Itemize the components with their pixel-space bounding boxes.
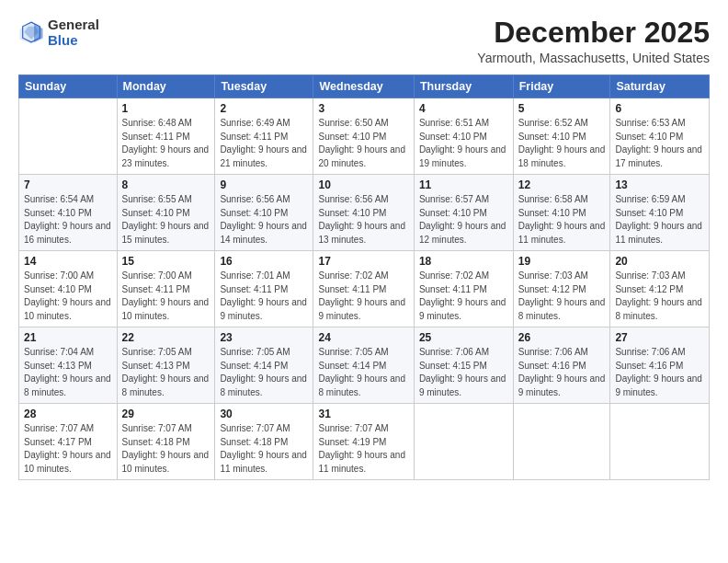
calendar-cell: 10Sunrise: 6:56 AMSunset: 4:10 PMDayligh… — [313, 175, 414, 251]
calendar-cell: 7Sunrise: 6:54 AMSunset: 4:10 PMDaylight… — [19, 175, 118, 251]
day-info: Sunrise: 6:56 AMSunset: 4:10 PMDaylight:… — [220, 193, 308, 247]
day-number: 8 — [122, 178, 210, 191]
day-number: 4 — [419, 102, 508, 115]
day-info: Sunrise: 7:05 AMSunset: 4:14 PMDaylight:… — [318, 346, 408, 399]
day-number: 31 — [318, 408, 408, 420]
day-info: Sunrise: 6:53 AMSunset: 4:10 PMDaylight:… — [615, 117, 704, 170]
calendar-cell: 12Sunrise: 6:58 AMSunset: 4:10 PMDayligh… — [513, 175, 610, 251]
column-header-saturday: Saturday — [610, 75, 710, 98]
calendar-cell: 29Sunrise: 7:07 AMSunset: 4:18 PMDayligh… — [117, 404, 215, 480]
calendar-cell: 19Sunrise: 7:03 AMSunset: 4:12 PMDayligh… — [513, 251, 610, 327]
logo: General Blue — [18, 17, 99, 49]
calendar-cell: 27Sunrise: 7:06 AMSunset: 4:16 PMDayligh… — [610, 327, 710, 404]
calendar-cell: 1Sunrise: 6:48 AMSunset: 4:11 PMDaylight… — [117, 98, 215, 175]
calendar-cell: 30Sunrise: 7:07 AMSunset: 4:18 PMDayligh… — [215, 404, 313, 480]
day-number: 18 — [419, 255, 508, 268]
calendar-cell: 18Sunrise: 7:02 AMSunset: 4:11 PMDayligh… — [414, 251, 513, 327]
day-number: 6 — [615, 102, 704, 115]
day-number: 23 — [220, 331, 308, 344]
day-number: 19 — [518, 255, 606, 268]
day-info: Sunrise: 7:05 AMSunset: 4:14 PMDaylight:… — [220, 346, 308, 399]
day-info: Sunrise: 7:05 AMSunset: 4:13 PMDaylight:… — [122, 346, 210, 399]
header: General Blue December 2025 Yarmouth, Mas… — [18, 17, 710, 65]
calendar-cell: 26Sunrise: 7:06 AMSunset: 4:16 PMDayligh… — [513, 327, 610, 404]
day-number: 5 — [518, 102, 606, 115]
calendar-week-4: 21Sunrise: 7:04 AMSunset: 4:13 PMDayligh… — [19, 327, 710, 404]
column-header-sunday: Sunday — [19, 75, 118, 98]
day-info: Sunrise: 6:58 AMSunset: 4:10 PMDaylight:… — [518, 193, 606, 247]
day-info: Sunrise: 7:07 AMSunset: 4:18 PMDaylight:… — [122, 422, 210, 476]
day-number: 7 — [24, 178, 112, 191]
day-info: Sunrise: 6:49 AMSunset: 4:11 PMDaylight:… — [220, 117, 308, 170]
calendar-week-2: 7Sunrise: 6:54 AMSunset: 4:10 PMDaylight… — [19, 175, 710, 251]
day-info: Sunrise: 6:51 AMSunset: 4:10 PMDaylight:… — [419, 117, 508, 170]
calendar-cell: 2Sunrise: 6:49 AMSunset: 4:11 PMDaylight… — [215, 98, 313, 175]
page: General Blue December 2025 Yarmouth, Mas… — [0, 0, 728, 563]
day-number: 17 — [318, 255, 408, 268]
day-info: Sunrise: 7:03 AMSunset: 4:12 PMDaylight:… — [518, 270, 606, 323]
day-info: Sunrise: 7:06 AMSunset: 4:15 PMDaylight:… — [419, 346, 508, 399]
calendar-cell: 5Sunrise: 6:52 AMSunset: 4:10 PMDaylight… — [513, 98, 610, 175]
calendar-cell: 9Sunrise: 6:56 AMSunset: 4:10 PMDaylight… — [215, 175, 313, 251]
day-info: Sunrise: 6:55 AMSunset: 4:10 PMDaylight:… — [122, 193, 210, 247]
calendar-cell: 15Sunrise: 7:00 AMSunset: 4:11 PMDayligh… — [117, 251, 215, 327]
day-info: Sunrise: 6:48 AMSunset: 4:11 PMDaylight:… — [122, 117, 210, 170]
day-number: 22 — [122, 331, 210, 344]
day-number: 30 — [220, 408, 308, 420]
day-info: Sunrise: 7:00 AMSunset: 4:11 PMDaylight:… — [122, 270, 210, 323]
calendar: SundayMondayTuesdayWednesdayThursdayFrid… — [18, 75, 710, 480]
day-number: 25 — [419, 331, 508, 344]
calendar-cell — [414, 404, 513, 480]
day-info: Sunrise: 7:01 AMSunset: 4:11 PMDaylight:… — [220, 270, 308, 323]
day-info: Sunrise: 6:54 AMSunset: 4:10 PMDaylight:… — [24, 193, 112, 247]
calendar-cell — [610, 404, 710, 480]
day-number: 16 — [220, 255, 308, 268]
day-number: 12 — [518, 178, 606, 191]
day-number: 21 — [24, 331, 112, 344]
calendar-cell: 28Sunrise: 7:07 AMSunset: 4:17 PMDayligh… — [19, 404, 118, 480]
logo-icon — [18, 19, 44, 45]
calendar-cell: 3Sunrise: 6:50 AMSunset: 4:10 PMDaylight… — [313, 98, 414, 175]
day-info: Sunrise: 7:07 AMSunset: 4:17 PMDaylight:… — [24, 422, 112, 476]
day-number: 14 — [24, 255, 112, 268]
calendar-cell: 8Sunrise: 6:55 AMSunset: 4:10 PMDaylight… — [117, 175, 215, 251]
day-number: 27 — [615, 331, 704, 344]
day-info: Sunrise: 7:06 AMSunset: 4:16 PMDaylight:… — [615, 346, 704, 399]
location-title: Yarmouth, Massachusetts, United States — [477, 51, 710, 65]
calendar-cell: 22Sunrise: 7:05 AMSunset: 4:13 PMDayligh… — [117, 327, 215, 404]
column-header-monday: Monday — [117, 75, 215, 98]
calendar-cell: 31Sunrise: 7:07 AMSunset: 4:19 PMDayligh… — [313, 404, 414, 480]
day-number: 1 — [122, 102, 210, 115]
column-header-friday: Friday — [513, 75, 610, 98]
calendar-cell — [19, 98, 118, 175]
calendar-week-3: 14Sunrise: 7:00 AMSunset: 4:10 PMDayligh… — [19, 251, 710, 327]
column-header-wednesday: Wednesday — [313, 75, 414, 98]
day-number: 24 — [318, 331, 408, 344]
day-info: Sunrise: 7:02 AMSunset: 4:11 PMDaylight:… — [318, 270, 408, 323]
calendar-cell: 16Sunrise: 7:01 AMSunset: 4:11 PMDayligh… — [215, 251, 313, 327]
calendar-cell — [513, 404, 610, 480]
calendar-cell: 14Sunrise: 7:00 AMSunset: 4:10 PMDayligh… — [19, 251, 118, 327]
day-info: Sunrise: 7:04 AMSunset: 4:13 PMDaylight:… — [24, 346, 112, 399]
logo-text: General Blue — [48, 17, 99, 49]
calendar-week-5: 28Sunrise: 7:07 AMSunset: 4:17 PMDayligh… — [19, 404, 710, 480]
day-number: 29 — [122, 408, 210, 420]
day-number: 11 — [419, 178, 508, 191]
calendar-week-1: 1Sunrise: 6:48 AMSunset: 4:11 PMDaylight… — [19, 98, 710, 175]
day-number: 10 — [318, 178, 408, 191]
day-info: Sunrise: 6:50 AMSunset: 4:10 PMDaylight:… — [318, 117, 408, 170]
day-info: Sunrise: 7:02 AMSunset: 4:11 PMDaylight:… — [419, 270, 508, 323]
day-info: Sunrise: 6:52 AMSunset: 4:10 PMDaylight:… — [518, 117, 606, 170]
calendar-cell: 6Sunrise: 6:53 AMSunset: 4:10 PMDaylight… — [610, 98, 710, 175]
calendar-cell: 24Sunrise: 7:05 AMSunset: 4:14 PMDayligh… — [313, 327, 414, 404]
calendar-cell: 13Sunrise: 6:59 AMSunset: 4:10 PMDayligh… — [610, 175, 710, 251]
day-info: Sunrise: 7:07 AMSunset: 4:18 PMDaylight:… — [220, 422, 308, 476]
day-info: Sunrise: 7:03 AMSunset: 4:12 PMDaylight:… — [615, 270, 704, 323]
calendar-cell: 4Sunrise: 6:51 AMSunset: 4:10 PMDaylight… — [414, 98, 513, 175]
day-number: 28 — [24, 408, 112, 420]
calendar-cell: 25Sunrise: 7:06 AMSunset: 4:15 PMDayligh… — [414, 327, 513, 404]
calendar-cell: 17Sunrise: 7:02 AMSunset: 4:11 PMDayligh… — [313, 251, 414, 327]
calendar-cell: 20Sunrise: 7:03 AMSunset: 4:12 PMDayligh… — [610, 251, 710, 327]
day-number: 3 — [318, 102, 408, 115]
day-number: 13 — [615, 178, 704, 191]
